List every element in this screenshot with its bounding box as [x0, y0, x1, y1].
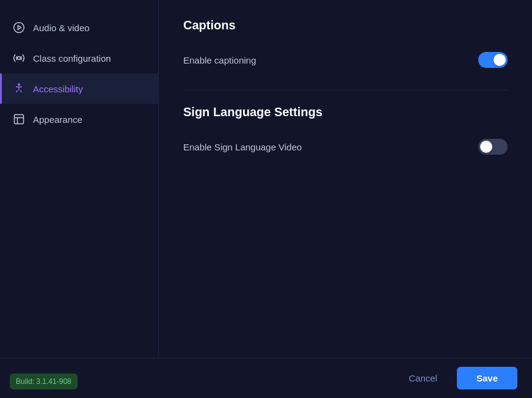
svg-point-3	[18, 84, 20, 86]
sidebar-item-appearance-label: Appearance	[33, 114, 82, 125]
svg-rect-4	[15, 115, 24, 124]
sidebar-item-audio-video[interactable]: Audio & video	[0, 12, 158, 43]
sidebar-item-accessibility-label: Accessibility	[33, 84, 83, 94]
enable-sign-language-label: Enable Sign Language Video	[183, 142, 302, 152]
svg-marker-1	[18, 26, 21, 30]
main-content: Captions Enable captioning Sign Language…	[159, 0, 532, 358]
sidebar-item-audio-video-label: Audio & video	[33, 23, 90, 33]
cancel-button[interactable]: Cancel	[396, 367, 450, 389]
sidebar-item-class-configuration-label: Class configuration	[33, 53, 111, 64]
save-button[interactable]: Save	[457, 367, 517, 389]
class-config-icon	[12, 51, 26, 65]
accessibility-icon	[12, 82, 26, 95]
sign-language-section-title: Sign Language Settings	[183, 105, 508, 119]
enable-sign-language-row: Enable Sign Language Video	[183, 131, 508, 162]
enable-sign-language-thumb	[480, 141, 492, 153]
audio-video-icon	[12, 21, 26, 34]
captions-section-title: Captions	[183, 18, 508, 32]
enable-captioning-row: Enable captioning	[183, 45, 508, 75]
enable-captioning-thumb	[494, 54, 506, 66]
enable-captioning-toggle[interactable]	[478, 52, 508, 68]
enable-sign-language-toggle[interactable]	[478, 139, 508, 155]
svg-point-0	[14, 23, 24, 33]
sidebar-item-class-configuration[interactable]: Class configuration	[0, 43, 158, 73]
section-divider	[183, 90, 508, 90]
sidebar: Audio & video Class configuration	[0, 0, 159, 358]
sidebar-item-accessibility[interactable]: Accessibility	[0, 73, 158, 104]
footer: Build: 3.1.41-908 Cancel Save	[0, 358, 532, 398]
sidebar-item-appearance[interactable]: Appearance	[0, 104, 158, 135]
build-info: Build: 3.1.41-908	[10, 374, 78, 389]
appearance-icon	[12, 112, 26, 126]
svg-point-2	[18, 57, 21, 60]
enable-captioning-label: Enable captioning	[183, 55, 256, 65]
